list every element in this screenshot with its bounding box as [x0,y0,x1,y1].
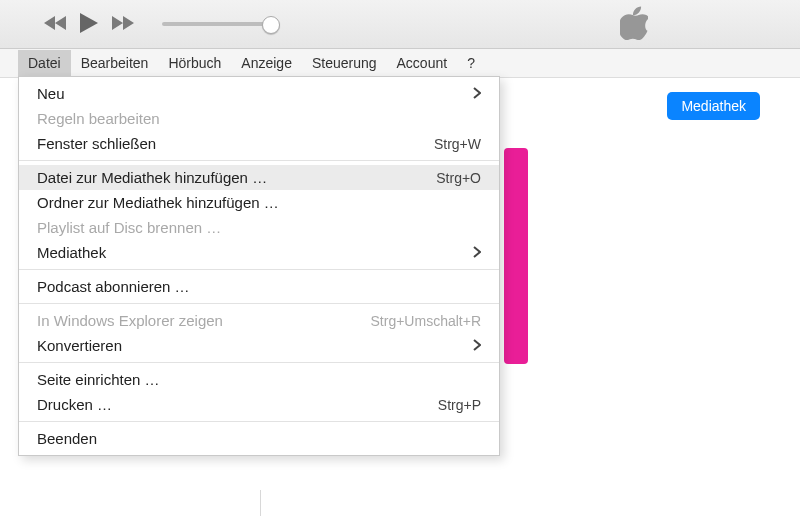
volume-slider[interactable] [162,22,272,26]
menu-bar: DateiBearbeitenHörbuchAnzeigeSteuerungAc… [0,49,800,78]
menu-item-label: Drucken … [37,396,438,413]
toolbar [0,0,800,49]
menu-item-shortcut: Strg+W [434,136,481,152]
menu-item[interactable]: Fenster schließenStrg+W [19,131,499,156]
menu-item: Regeln bearbeiten [19,106,499,131]
menu-item[interactable]: Beenden [19,426,499,451]
menu-separator [19,362,499,363]
menu-item-label: Neu [37,85,473,102]
divider [260,490,261,516]
play-icon[interactable] [78,11,100,38]
menu-item-label: Podcast abonnieren … [37,278,481,295]
menu-separator [19,303,499,304]
menu-item[interactable]: Seite einrichten … [19,367,499,392]
menu-hörbuch[interactable]: Hörbuch [158,50,231,76]
right-pane: Mediathek [667,92,760,120]
menu-?[interactable]: ? [457,50,485,76]
menu-item-label: Playlist auf Disc brennen … [37,219,481,236]
menu-bearbeiten[interactable]: Bearbeiten [71,50,159,76]
menu-item[interactable]: Ordner zur Mediathek hinzufügen … [19,190,499,215]
menu-item-shortcut: Strg+O [436,170,481,186]
slider-thumb[interactable] [262,16,280,34]
menu-item[interactable]: Konvertieren [19,333,499,358]
chevron-right-icon [473,85,481,102]
menu-separator [19,160,499,161]
playback-controls [44,11,272,38]
rewind-icon[interactable] [44,14,68,35]
menu-item[interactable]: Podcast abonnieren … [19,274,499,299]
menu-item-label: Regeln bearbeiten [37,110,481,127]
fastforward-icon[interactable] [110,14,134,35]
menu-item-label: Seite einrichten … [37,371,481,388]
menu-item-label: Fenster schließen [37,135,434,152]
menu-separator [19,269,499,270]
menu-item[interactable]: Drucken …Strg+P [19,392,499,417]
menu-item-label: Mediathek [37,244,473,261]
menu-item-label: Konvertieren [37,337,473,354]
menu-item[interactable]: Datei zur Mediathek hinzufügen …Strg+O [19,165,499,190]
file-menu-dropdown: NeuRegeln bearbeitenFenster schließenStr… [18,76,500,456]
menu-item-shortcut: Strg+Umschalt+R [371,313,481,329]
chevron-right-icon [473,244,481,261]
menu-item-label: Datei zur Mediathek hinzufügen … [37,169,436,186]
menu-item-label: In Windows Explorer zeigen [37,312,371,329]
menu-item: In Windows Explorer zeigenStrg+Umschalt+… [19,308,499,333]
menu-anzeige[interactable]: Anzeige [231,50,302,76]
content-accent [504,148,528,364]
menu-steuerung[interactable]: Steuerung [302,50,387,76]
chevron-right-icon [473,337,481,354]
menu-datei[interactable]: Datei [18,50,71,76]
menu-item-label: Beenden [37,430,481,447]
menu-item[interactable]: Mediathek [19,240,499,265]
apple-logo-icon [620,6,648,43]
menu-item: Playlist auf Disc brennen … [19,215,499,240]
menu-separator [19,421,499,422]
menu-account[interactable]: Account [387,50,458,76]
menu-item[interactable]: Neu [19,81,499,106]
mediathek-button[interactable]: Mediathek [667,92,760,120]
menu-item-shortcut: Strg+P [438,397,481,413]
menu-item-label: Ordner zur Mediathek hinzufügen … [37,194,481,211]
